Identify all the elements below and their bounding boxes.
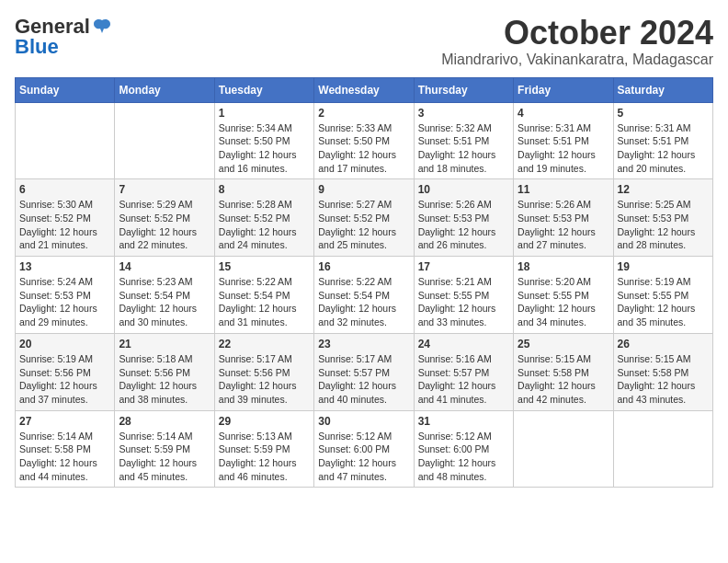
calendar-week-2: 6Sunrise: 5:30 AMSunset: 5:52 PMDaylight… xyxy=(16,179,713,257)
weekday-header-sunday: Sunday xyxy=(16,77,115,102)
day-number: 2 xyxy=(318,107,409,120)
day-number: 19 xyxy=(618,260,709,273)
day-info: Sunrise: 5:19 AMSunset: 5:56 PMDaylight:… xyxy=(19,352,110,407)
calendar-cell: 9Sunrise: 5:27 AMSunset: 5:52 PMDaylight… xyxy=(314,179,414,257)
day-info: Sunrise: 5:21 AMSunset: 5:55 PMDaylight:… xyxy=(418,275,509,329)
day-number: 31 xyxy=(418,415,509,428)
calendar-cell: 24Sunrise: 5:16 AMSunset: 5:57 PMDayligh… xyxy=(414,333,513,410)
day-number: 27 xyxy=(19,415,110,428)
calendar-header-row: SundayMondayTuesdayWednesdayThursdayFrid… xyxy=(16,77,713,102)
day-info: Sunrise: 5:28 AMSunset: 5:52 PMDaylight:… xyxy=(219,198,310,252)
day-number: 1 xyxy=(219,107,310,120)
calendar-week-1: 1Sunrise: 5:34 AMSunset: 5:50 PMDaylight… xyxy=(16,102,713,179)
calendar-cell: 21Sunrise: 5:18 AMSunset: 5:56 PMDayligh… xyxy=(115,333,214,410)
calendar-cell: 7Sunrise: 5:29 AMSunset: 5:52 PMDaylight… xyxy=(115,179,214,257)
calendar-cell: 23Sunrise: 5:17 AMSunset: 5:57 PMDayligh… xyxy=(314,333,414,410)
calendar-cell: 2Sunrise: 5:33 AMSunset: 5:50 PMDaylight… xyxy=(314,102,414,179)
weekday-header-monday: Monday xyxy=(115,77,214,102)
day-number: 13 xyxy=(19,260,110,273)
day-number: 11 xyxy=(518,183,609,196)
day-info: Sunrise: 5:30 AMSunset: 5:52 PMDaylight:… xyxy=(19,198,110,252)
calendar-cell xyxy=(115,102,214,179)
day-info: Sunrise: 5:27 AMSunset: 5:52 PMDaylight:… xyxy=(318,198,409,252)
logo-bird-icon xyxy=(92,17,112,37)
day-number: 30 xyxy=(318,415,409,428)
day-number: 14 xyxy=(119,260,210,273)
weekday-header-friday: Friday xyxy=(514,77,613,102)
calendar-cell xyxy=(613,410,712,488)
day-info: Sunrise: 5:15 AMSunset: 5:58 PMDaylight:… xyxy=(518,352,609,407)
calendar-cell: 17Sunrise: 5:21 AMSunset: 5:55 PMDayligh… xyxy=(414,257,513,334)
calendar-cell: 20Sunrise: 5:19 AMSunset: 5:56 PMDayligh… xyxy=(16,333,115,410)
calendar-table: SundayMondayTuesdayWednesdayThursdayFrid… xyxy=(15,77,713,488)
weekday-header-tuesday: Tuesday xyxy=(214,77,313,102)
day-info: Sunrise: 5:22 AMSunset: 5:54 PMDaylight:… xyxy=(219,275,310,329)
calendar-cell xyxy=(16,102,115,179)
calendar-cell: 14Sunrise: 5:23 AMSunset: 5:54 PMDayligh… xyxy=(115,257,214,334)
day-info: Sunrise: 5:26 AMSunset: 5:53 PMDaylight:… xyxy=(418,198,509,252)
calendar-cell: 4Sunrise: 5:31 AMSunset: 5:51 PMDaylight… xyxy=(514,102,613,179)
calendar-cell: 11Sunrise: 5:26 AMSunset: 5:53 PMDayligh… xyxy=(514,179,613,257)
calendar-cell: 29Sunrise: 5:13 AMSunset: 5:59 PMDayligh… xyxy=(214,410,313,488)
day-info: Sunrise: 5:17 AMSunset: 5:57 PMDaylight:… xyxy=(318,352,409,407)
calendar-cell: 12Sunrise: 5:25 AMSunset: 5:53 PMDayligh… xyxy=(613,179,712,257)
day-info: Sunrise: 5:23 AMSunset: 5:54 PMDaylight:… xyxy=(119,275,210,329)
location-title: Miandrarivo, Vakinankaratra, Madagascar xyxy=(441,52,713,68)
calendar-cell: 30Sunrise: 5:12 AMSunset: 6:00 PMDayligh… xyxy=(314,410,414,488)
day-info: Sunrise: 5:31 AMSunset: 5:51 PMDaylight:… xyxy=(518,121,609,176)
day-info: Sunrise: 5:14 AMSunset: 5:59 PMDaylight:… xyxy=(119,430,210,484)
day-number: 24 xyxy=(418,338,509,350)
calendar-cell: 13Sunrise: 5:24 AMSunset: 5:53 PMDayligh… xyxy=(16,257,115,334)
day-number: 10 xyxy=(418,183,509,196)
logo: General Blue xyxy=(15,15,112,59)
day-number: 23 xyxy=(318,338,409,350)
logo-blue: Blue xyxy=(15,35,59,59)
calendar-cell: 28Sunrise: 5:14 AMSunset: 5:59 PMDayligh… xyxy=(115,410,214,488)
day-number: 17 xyxy=(418,260,509,273)
weekday-header-saturday: Saturday xyxy=(613,77,712,102)
day-number: 7 xyxy=(119,183,210,196)
day-number: 26 xyxy=(618,338,709,350)
day-number: 12 xyxy=(618,183,709,196)
calendar-cell: 5Sunrise: 5:31 AMSunset: 5:51 PMDaylight… xyxy=(613,102,712,179)
day-info: Sunrise: 5:12 AMSunset: 6:00 PMDaylight:… xyxy=(418,430,509,484)
day-number: 20 xyxy=(19,338,110,350)
day-number: 8 xyxy=(219,183,310,196)
day-info: Sunrise: 5:26 AMSunset: 5:53 PMDaylight:… xyxy=(518,198,609,252)
page-header: General Blue October 2024 Miandrarivo, V… xyxy=(15,15,713,68)
day-info: Sunrise: 5:29 AMSunset: 5:52 PMDaylight:… xyxy=(119,198,210,252)
day-number: 29 xyxy=(219,415,310,428)
day-number: 22 xyxy=(219,338,310,350)
calendar-week-5: 27Sunrise: 5:14 AMSunset: 5:58 PMDayligh… xyxy=(16,410,713,488)
calendar-cell: 31Sunrise: 5:12 AMSunset: 6:00 PMDayligh… xyxy=(414,410,513,488)
day-number: 4 xyxy=(518,107,609,120)
day-number: 3 xyxy=(418,107,509,120)
day-info: Sunrise: 5:19 AMSunset: 5:55 PMDaylight:… xyxy=(618,275,709,329)
day-number: 9 xyxy=(318,183,409,196)
day-number: 21 xyxy=(119,338,210,350)
day-info: Sunrise: 5:22 AMSunset: 5:54 PMDaylight:… xyxy=(318,275,409,329)
day-number: 15 xyxy=(219,260,310,273)
day-info: Sunrise: 5:25 AMSunset: 5:53 PMDaylight:… xyxy=(618,198,709,252)
day-info: Sunrise: 5:33 AMSunset: 5:50 PMDaylight:… xyxy=(318,121,409,176)
day-info: Sunrise: 5:13 AMSunset: 5:59 PMDaylight:… xyxy=(219,430,310,484)
day-info: Sunrise: 5:31 AMSunset: 5:51 PMDaylight:… xyxy=(618,121,709,176)
day-number: 6 xyxy=(19,183,110,196)
calendar-cell xyxy=(514,410,613,488)
calendar-cell: 27Sunrise: 5:14 AMSunset: 5:58 PMDayligh… xyxy=(16,410,115,488)
calendar-cell: 25Sunrise: 5:15 AMSunset: 5:58 PMDayligh… xyxy=(514,333,613,410)
weekday-header-thursday: Thursday xyxy=(414,77,513,102)
day-info: Sunrise: 5:24 AMSunset: 5:53 PMDaylight:… xyxy=(19,275,110,329)
day-number: 5 xyxy=(618,107,709,120)
day-number: 18 xyxy=(518,260,609,273)
day-number: 28 xyxy=(119,415,210,428)
calendar-cell: 1Sunrise: 5:34 AMSunset: 5:50 PMDaylight… xyxy=(214,102,313,179)
calendar-cell: 18Sunrise: 5:20 AMSunset: 5:55 PMDayligh… xyxy=(514,257,613,334)
calendar-cell: 8Sunrise: 5:28 AMSunset: 5:52 PMDaylight… xyxy=(214,179,313,257)
title-section: October 2024 Miandrarivo, Vakinankaratra… xyxy=(441,15,713,68)
day-info: Sunrise: 5:20 AMSunset: 5:55 PMDaylight:… xyxy=(518,275,609,329)
day-number: 16 xyxy=(318,260,409,273)
weekday-header-wednesday: Wednesday xyxy=(314,77,414,102)
calendar-cell: 19Sunrise: 5:19 AMSunset: 5:55 PMDayligh… xyxy=(613,257,712,334)
calendar-cell: 16Sunrise: 5:22 AMSunset: 5:54 PMDayligh… xyxy=(314,257,414,334)
